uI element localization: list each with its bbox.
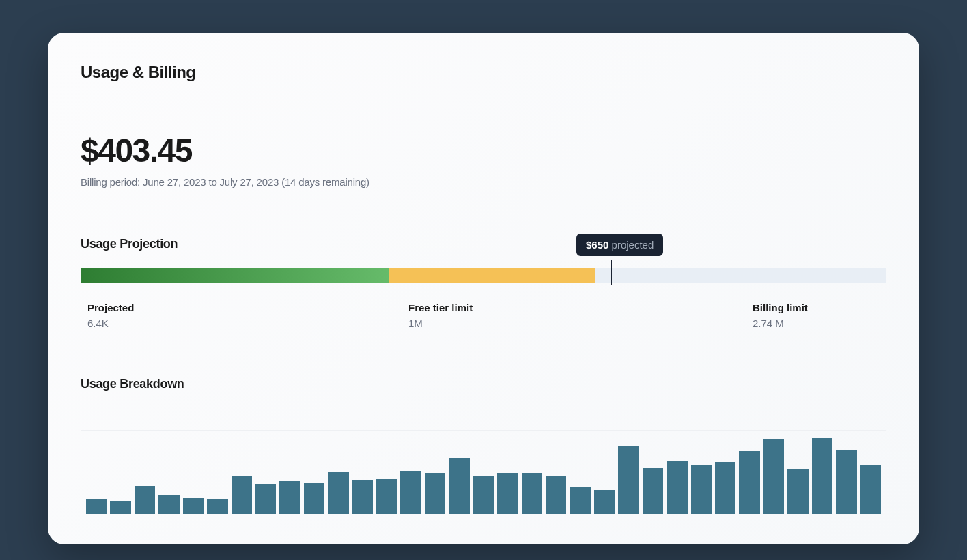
chart-bar[interactable]	[279, 481, 300, 514]
billing-period-text: Billing period: June 27, 2023 to July 27…	[81, 176, 886, 188]
usage-breakdown-section: Usage Breakdown	[81, 377, 886, 514]
page-title: Usage & Billing	[81, 63, 886, 82]
chart-bar[interactable]	[546, 476, 566, 514]
chart-bar[interactable]	[449, 458, 469, 514]
chart-bar[interactable]	[183, 498, 204, 514]
chart-bar[interactable]	[739, 451, 759, 514]
chart-bar[interactable]	[207, 499, 227, 514]
label-value: 6.4K	[87, 318, 134, 329]
chart-bar[interactable]	[763, 439, 784, 514]
projection-progress-bar	[81, 268, 886, 283]
chart-bar[interactable]	[860, 465, 881, 514]
tooltip-amount: $650	[586, 239, 608, 251]
billing-card: Usage & Billing $403.45 Billing period: …	[48, 33, 919, 544]
total-amount: $403.45	[81, 132, 886, 169]
chart-bar[interactable]	[473, 476, 494, 514]
chart-bar[interactable]	[425, 473, 445, 514]
usage-breakdown-title: Usage Breakdown	[81, 377, 886, 391]
chart-bar[interactable]	[667, 461, 687, 514]
label-title: Free tier limit	[408, 302, 473, 313]
chart-bar[interactable]	[135, 486, 155, 514]
chart-bar[interactable]	[787, 469, 808, 514]
chart-bar[interactable]	[255, 484, 276, 514]
chart-bar[interactable]	[570, 487, 590, 514]
label-value: 2.74 M	[753, 318, 808, 329]
projection-label-freetier: Free tier limit 1M	[408, 302, 473, 329]
chart-bar[interactable]	[643, 468, 663, 514]
projection-label-billing: Billing limit 2.74 M	[753, 302, 808, 329]
chart-bar[interactable]	[232, 476, 252, 514]
chart-bar[interactable]	[594, 490, 615, 514]
chart-bar[interactable]	[304, 483, 324, 514]
tooltip-connector-line	[611, 260, 612, 285]
divider	[81, 92, 886, 92]
label-title: Projected	[87, 302, 134, 313]
chart-bar[interactable]	[110, 501, 130, 514]
chart-bar[interactable]	[328, 472, 348, 514]
chart-bar[interactable]	[497, 473, 518, 514]
label-value: 1M	[408, 318, 473, 329]
chart-bar[interactable]	[618, 446, 639, 514]
progress-segment-used	[81, 268, 389, 283]
chart-bar[interactable]	[400, 471, 421, 514]
projection-tooltip: $650 projected	[576, 234, 663, 256]
usage-breakdown-chart	[81, 434, 886, 514]
usage-projection-title: Usage Projection	[81, 237, 886, 251]
chart-bar[interactable]	[715, 462, 735, 514]
usage-projection-panel: $650 projected Projected 6.4K Free tier …	[81, 268, 886, 302]
tooltip-label: projected	[608, 239, 654, 251]
breakdown-gridline	[81, 430, 886, 431]
projection-label-projected: Projected 6.4K	[87, 302, 134, 329]
label-title: Billing limit	[753, 302, 808, 313]
progress-segment-projected	[389, 268, 595, 283]
chart-bar[interactable]	[836, 450, 856, 514]
chart-bar[interactable]	[691, 465, 712, 514]
breakdown-divider	[81, 408, 886, 408]
chart-bar[interactable]	[158, 495, 179, 514]
chart-bar[interactable]	[352, 480, 373, 514]
chart-bar[interactable]	[522, 473, 542, 514]
chart-bar[interactable]	[812, 438, 832, 514]
chart-bar[interactable]	[86, 499, 107, 514]
chart-bar[interactable]	[376, 479, 397, 514]
